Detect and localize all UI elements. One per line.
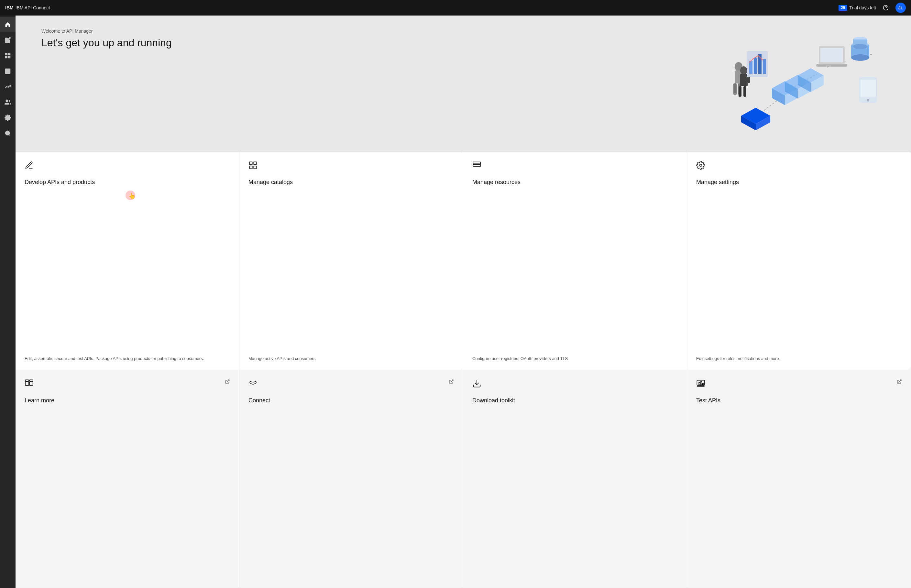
topnav-right-area: 29 Trial days left JL	[838, 3, 906, 13]
wifi-icon	[249, 379, 257, 389]
cursor-ripple	[126, 191, 135, 200]
svg-rect-61	[250, 166, 252, 168]
cursor-pointer: 👆	[128, 192, 136, 200]
gear-icon	[696, 161, 901, 171]
testapis-ext-icon	[897, 379, 902, 386]
svg-rect-4	[8, 56, 10, 58]
svg-rect-32	[816, 64, 847, 66]
catalogs-title: Manage catalogs	[249, 179, 454, 186]
svg-point-66	[700, 164, 702, 166]
svg-line-73	[451, 380, 453, 382]
svg-rect-70	[29, 380, 33, 381]
pencil-icon	[24, 161, 230, 171]
download-icon	[472, 379, 678, 389]
svg-rect-63	[473, 165, 480, 166]
svg-point-12	[5, 131, 10, 135]
settings-card[interactable]: Manage settings Edit settings for roles,…	[687, 152, 911, 370]
app-name-label: IBM API Connect	[16, 5, 50, 10]
develop-desc: Edit, assemble, secure and test APIs. Pa…	[24, 355, 230, 362]
svg-rect-62	[473, 162, 480, 164]
svg-rect-2	[5, 53, 7, 55]
svg-line-80	[899, 380, 901, 382]
svg-point-10	[6, 100, 8, 102]
analytics-icon	[696, 379, 705, 389]
svg-rect-5	[5, 56, 7, 58]
ibm-label: IBM	[5, 5, 14, 10]
sidebar-item-grid[interactable]	[0, 48, 16, 63]
sidebar-item-analytics[interactable]	[0, 79, 16, 94]
user-avatar[interactable]: JL	[895, 3, 906, 13]
sidebar-item-settings[interactable]	[0, 110, 16, 126]
svg-rect-67	[25, 382, 29, 386]
svg-point-42	[867, 99, 869, 102]
settings-desc: Edit settings for roles, notifications a…	[696, 355, 901, 362]
connect-ext-icon	[449, 379, 454, 386]
svg-rect-49	[740, 74, 748, 86]
catalogs-card[interactable]: Manage catalogs Manage active APIs and c…	[239, 152, 463, 370]
cards-grid: Develop APIs and products 👆 Edit, assemb…	[16, 151, 911, 588]
svg-rect-33	[821, 48, 843, 62]
hero-illustration	[724, 25, 885, 142]
testapis-card[interactable]: Test APIs	[687, 370, 911, 588]
connect-card[interactable]: Connect	[239, 370, 463, 588]
svg-line-71	[227, 380, 229, 382]
svg-rect-59	[254, 162, 256, 165]
brand-area: IBM IBM API Connect	[5, 5, 50, 10]
testapis-title: Test APIs	[696, 397, 902, 404]
sidebar-item-home[interactable]	[0, 17, 16, 32]
settings-title: Manage settings	[696, 179, 901, 186]
svg-point-39	[853, 44, 867, 49]
svg-rect-78	[703, 383, 704, 384]
svg-rect-50	[738, 86, 741, 97]
svg-rect-76	[699, 382, 700, 384]
svg-point-48	[740, 66, 747, 75]
sidebar-item-list[interactable]	[0, 63, 16, 79]
blocks-icon	[24, 379, 34, 389]
svg-rect-58	[250, 162, 252, 165]
external-link-icon	[225, 379, 230, 386]
sidebar-item-search[interactable]	[0, 126, 16, 141]
resources-desc: Configure user registries, OAuth provide…	[472, 355, 678, 362]
sidebar-item-users[interactable]	[0, 94, 16, 110]
svg-rect-68	[29, 382, 33, 386]
connect-title: Connect	[249, 397, 454, 404]
hero-section: Welcome to API Manager Let's get you up …	[16, 16, 911, 151]
svg-rect-3	[8, 53, 10, 55]
trial-badge: 29 Trial days left	[838, 5, 876, 11]
svg-rect-57	[763, 59, 766, 74]
svg-rect-51	[743, 86, 746, 97]
svg-line-13	[9, 134, 10, 136]
resources-title: Manage resources	[472, 179, 678, 186]
toolkit-title: Download toolkit	[472, 397, 678, 404]
develop-card[interactable]: Develop APIs and products 👆 Edit, assemb…	[16, 152, 239, 370]
svg-rect-55	[754, 58, 757, 74]
toolkit-card[interactable]: Download toolkit	[463, 370, 687, 588]
svg-point-36	[851, 54, 869, 61]
squares-icon	[249, 161, 454, 171]
catalogs-desc: Manage active APIs and consumers	[249, 355, 454, 362]
svg-rect-60	[254, 166, 256, 168]
trial-days-text: Trial days left	[849, 5, 876, 10]
svg-rect-54	[749, 61, 753, 74]
develop-title: Develop APIs and products	[24, 179, 230, 186]
svg-rect-45	[733, 84, 737, 95]
svg-rect-69	[25, 380, 29, 381]
learn-title: Learn more	[24, 397, 230, 404]
server-icon	[472, 161, 678, 171]
resources-card[interactable]: Manage resources Configure user registri…	[463, 152, 687, 370]
svg-rect-6	[5, 69, 10, 74]
trial-days-number: 29	[838, 5, 847, 11]
app-brand: IBM IBM API Connect	[5, 5, 50, 10]
sidebar-item-develop[interactable]	[0, 32, 16, 48]
top-navigation: IBM IBM API Connect 29 Trial days left J…	[0, 0, 911, 16]
help-icon[interactable]	[881, 3, 890, 12]
sidebar	[0, 16, 16, 588]
main-content: Welcome to API Manager Let's get you up …	[16, 16, 911, 588]
svg-rect-41	[861, 79, 876, 97]
svg-rect-77	[701, 381, 702, 385]
learn-card[interactable]: Learn more	[16, 370, 239, 588]
